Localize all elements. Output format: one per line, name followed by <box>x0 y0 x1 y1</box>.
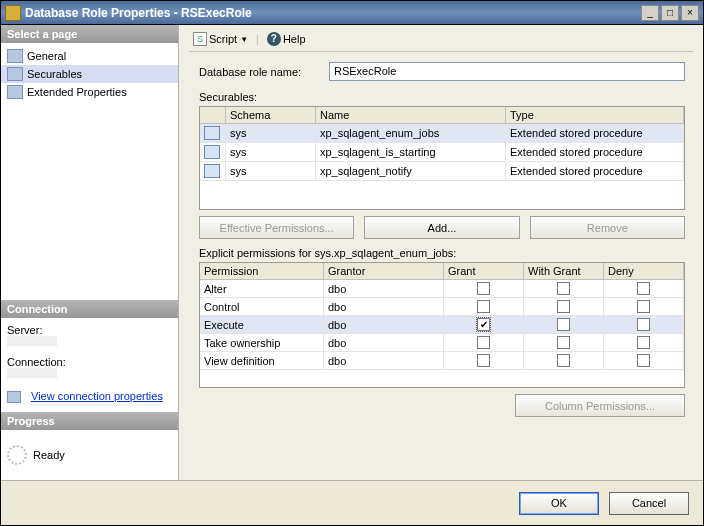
withgrant-checkbox[interactable] <box>557 282 570 295</box>
perm-row[interactable]: Alter dbo <box>200 280 684 298</box>
sp-icon <box>204 145 220 159</box>
progress-header: Progress <box>1 412 178 430</box>
sp-icon <box>204 164 220 178</box>
view-connection-properties-link[interactable]: View connection properties <box>31 390 163 402</box>
content: Select a page General Securables Extende… <box>1 25 703 480</box>
grant-checkbox[interactable] <box>477 336 490 349</box>
col-with-grant[interactable]: With Grant <box>524 263 604 279</box>
perm-row[interactable]: Execute dbo <box>200 316 684 334</box>
cancel-button[interactable]: Cancel <box>609 492 689 515</box>
deny-checkbox[interactable] <box>637 336 650 349</box>
role-icon <box>5 5 21 21</box>
chevron-down-icon: ▼ <box>240 35 248 44</box>
securables-label: Securables: <box>199 91 693 103</box>
sp-icon <box>204 126 220 140</box>
sidebar: Select a page General Securables Extende… <box>1 25 179 480</box>
col-grantor[interactable]: Grantor <box>324 263 444 279</box>
add-button[interactable]: Add... <box>364 216 519 239</box>
withgrant-checkbox[interactable] <box>557 318 570 331</box>
sidebar-item-label: General <box>27 50 66 62</box>
script-button[interactable]: SScript▼ <box>189 31 252 47</box>
help-icon: ? <box>267 32 281 46</box>
titlebar: Database Role Properties - RSExecRole _ … <box>1 1 703 25</box>
connection-header: Connection <box>1 300 178 318</box>
col-grant[interactable]: Grant <box>444 263 524 279</box>
remove-button[interactable]: Remove <box>530 216 685 239</box>
column-permissions-button[interactable]: Column Permissions... <box>515 394 685 417</box>
script-icon: S <box>193 32 207 46</box>
withgrant-checkbox[interactable] <box>557 354 570 367</box>
explicit-permissions-label: Explicit permissions for sys.xp_sqlagent… <box>199 247 693 259</box>
permissions-grid[interactable]: Permission Grantor Grant With Grant Deny… <box>199 262 685 388</box>
col-name[interactable]: Name <box>316 107 506 123</box>
grant-checkbox[interactable] <box>477 354 490 367</box>
col-schema[interactable]: Schema <box>226 107 316 123</box>
deny-checkbox[interactable] <box>637 354 650 367</box>
col-type[interactable]: Type <box>506 107 684 123</box>
progress-spinner-icon <box>7 445 27 465</box>
progress-status: Ready <box>33 449 65 461</box>
page-icon <box>7 67 23 81</box>
withgrant-checkbox[interactable] <box>557 300 570 313</box>
server-label: Server: <box>7 324 172 336</box>
col-deny[interactable]: Deny <box>604 263 684 279</box>
ok-button[interactable]: OK <box>519 492 599 515</box>
page-icon <box>7 49 23 63</box>
withgrant-checkbox[interactable] <box>557 336 570 349</box>
securables-grid[interactable]: Schema Name Type sys xp_sqlagent_enum_jo… <box>199 106 685 210</box>
window-title: Database Role Properties - RSExecRole <box>25 6 639 20</box>
main-pane: SScript▼ | ?Help Database role name: RSE… <box>179 25 703 480</box>
perm-row[interactable]: View definition dbo <box>200 352 684 370</box>
col-permission[interactable]: Permission <box>200 263 324 279</box>
minimize-button[interactable]: _ <box>641 5 659 21</box>
grant-checkbox[interactable] <box>477 282 490 295</box>
deny-checkbox[interactable] <box>637 282 650 295</box>
sidebar-item-label: Securables <box>27 68 82 80</box>
securable-row[interactable]: sys xp_sqlagent_notify Extended stored p… <box>200 162 684 181</box>
perm-row[interactable]: Take ownership dbo <box>200 334 684 352</box>
sidebar-item-label: Extended Properties <box>27 86 127 98</box>
sidebar-item-extended-properties[interactable]: Extended Properties <box>1 83 178 101</box>
role-name-label: Database role name: <box>199 66 329 78</box>
sidebar-item-general[interactable]: General <box>1 47 178 65</box>
sidebar-item-securables[interactable]: Securables <box>1 65 178 83</box>
role-name-field: RSExecRole <box>329 62 685 81</box>
select-page-header: Select a page <box>1 25 178 43</box>
connection-label: Connection: <box>7 356 172 368</box>
effective-permissions-button[interactable]: Effective Permissions... <box>199 216 354 239</box>
deny-checkbox[interactable] <box>637 318 650 331</box>
link-icon <box>7 391 21 403</box>
deny-checkbox[interactable] <box>637 300 650 313</box>
page-icon <box>7 85 23 99</box>
help-button[interactable]: ?Help <box>263 31 310 47</box>
footer: OK Cancel <box>1 480 703 525</box>
perm-row[interactable]: Control dbo <box>200 298 684 316</box>
server-value <box>7 336 57 346</box>
securable-row[interactable]: sys xp_sqlagent_enum_jobs Extended store… <box>200 124 684 143</box>
close-button[interactable]: × <box>681 5 699 21</box>
grant-checkbox[interactable] <box>477 318 490 331</box>
connection-value <box>7 368 57 378</box>
maximize-button[interactable]: □ <box>661 5 679 21</box>
securable-row[interactable]: sys xp_sqlagent_is_starting Extended sto… <box>200 143 684 162</box>
grant-checkbox[interactable] <box>477 300 490 313</box>
